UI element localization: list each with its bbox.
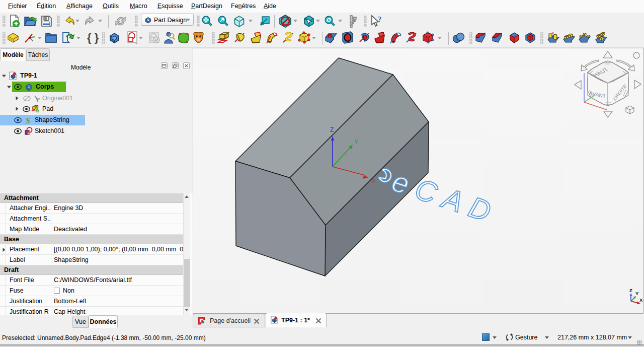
svg-text:eCAD: eCAD [388,164,503,230]
svg-text:X: X [639,297,643,303]
svg-text:Y: Y [354,138,358,146]
svg-text:Y: Y [635,291,639,296]
svg-text:?: ? [377,15,382,24]
svg-text:X: X [372,178,376,184]
svg-text:{ }: { } [87,31,99,44]
svg-text:Z: Z [330,126,334,133]
svg-text:Z: Z [629,288,632,293]
